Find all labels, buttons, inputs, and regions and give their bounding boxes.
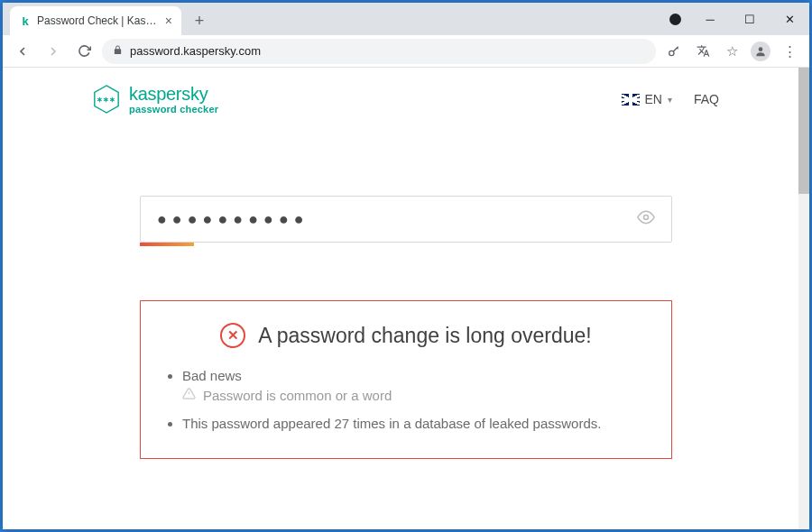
warning-triangle-icon xyxy=(182,387,196,403)
lock-icon xyxy=(113,45,123,57)
page-viewport: ∗∗∗ kaspersky password checker EN ▾ FAQ xyxy=(3,68,809,529)
maximize-button[interactable]: ☐ xyxy=(730,5,770,32)
header-nav: EN ▾ FAQ xyxy=(622,92,719,106)
strength-segment xyxy=(140,243,194,246)
profile-button[interactable] xyxy=(748,39,773,64)
favicon-icon: k xyxy=(19,14,32,27)
svg-point-0 xyxy=(669,50,674,55)
strength-meter xyxy=(140,243,672,246)
language-label: EN xyxy=(645,92,662,106)
svg-text:∗∗∗: ∗∗∗ xyxy=(97,95,116,104)
password-key-icon[interactable] xyxy=(661,39,687,64)
faq-link[interactable]: FAQ xyxy=(694,92,719,106)
tab-strip: k Password Check | Kaspers × + ─ ☐ ✕ xyxy=(3,3,809,35)
browser-tab[interactable]: k Password Check | Kaspers × xyxy=(10,6,181,35)
alert-bullet: Bad news Password is common or a word xyxy=(182,368,646,403)
svg-point-4 xyxy=(644,216,649,220)
svg-point-1 xyxy=(759,47,763,51)
window-controls: ─ ☐ ✕ xyxy=(669,3,809,35)
flag-uk-icon xyxy=(622,94,640,105)
alert-header: ✕ A password change is long overdue! xyxy=(166,323,646,348)
toggle-visibility-icon[interactable] xyxy=(637,208,655,230)
menu-button[interactable]: ⋮ xyxy=(777,39,802,64)
scrollbar[interactable] xyxy=(798,68,809,529)
translate-icon[interactable] xyxy=(690,39,715,64)
password-input[interactable]: ●●●●●●●●●● xyxy=(140,196,672,243)
close-window-button[interactable]: ✕ xyxy=(770,5,809,32)
address-bar[interactable]: password.kaspersky.com xyxy=(102,39,656,64)
scrollbar-thumb[interactable] xyxy=(798,68,809,194)
close-tab-icon[interactable]: × xyxy=(165,14,172,28)
star-icon[interactable]: ☆ xyxy=(719,39,744,64)
browser-toolbar: password.kaspersky.com ☆ ⋮ xyxy=(3,35,809,68)
logo-hexagon-icon: ∗∗∗ xyxy=(93,85,120,114)
alert-bullet-text: This password appeared 27 times in a dat… xyxy=(182,416,601,431)
page-content: ∗∗∗ kaspersky password checker EN ▾ FAQ xyxy=(3,68,809,529)
forward-button[interactable] xyxy=(41,39,66,64)
tab-title: Password Check | Kaspers xyxy=(37,14,160,27)
alert-panel: ✕ A password change is long overdue! Bad… xyxy=(140,300,672,459)
record-icon xyxy=(669,14,681,25)
url-text: password.kaspersky.com xyxy=(130,44,261,58)
browser-window: k Password Check | Kaspers × + ─ ☐ ✕ pas… xyxy=(3,3,809,529)
alert-sub-reason: Password is common or a word xyxy=(182,387,646,403)
alert-list: Bad news Password is common or a word Th… xyxy=(166,368,646,431)
logo-text: kaspersky password checker xyxy=(129,84,218,115)
alert-bullet-text: Bad news xyxy=(182,368,242,383)
error-circle-icon: ✕ xyxy=(220,323,245,348)
language-selector[interactable]: EN ▾ xyxy=(622,92,672,106)
brand-subtitle: password checker xyxy=(129,104,218,115)
new-tab-button[interactable]: + xyxy=(187,8,212,33)
reload-button[interactable] xyxy=(71,39,97,64)
alert-sub-reason-text: Password is common or a word xyxy=(203,388,392,403)
alert-bullet: This password appeared 27 times in a dat… xyxy=(182,416,646,431)
avatar-icon xyxy=(751,41,770,61)
back-button[interactable] xyxy=(10,39,35,64)
chevron-down-icon: ▾ xyxy=(668,95,672,105)
password-masked-value: ●●●●●●●●●● xyxy=(157,210,637,229)
alert-title: A password change is long overdue! xyxy=(258,324,592,348)
logo[interactable]: ∗∗∗ kaspersky password checker xyxy=(93,84,218,115)
brand-name: kaspersky xyxy=(129,84,218,104)
minimize-button[interactable]: ─ xyxy=(690,5,730,32)
site-header: ∗∗∗ kaspersky password checker EN ▾ FAQ xyxy=(3,68,809,124)
toolbar-right: ☆ ⋮ xyxy=(661,39,802,64)
